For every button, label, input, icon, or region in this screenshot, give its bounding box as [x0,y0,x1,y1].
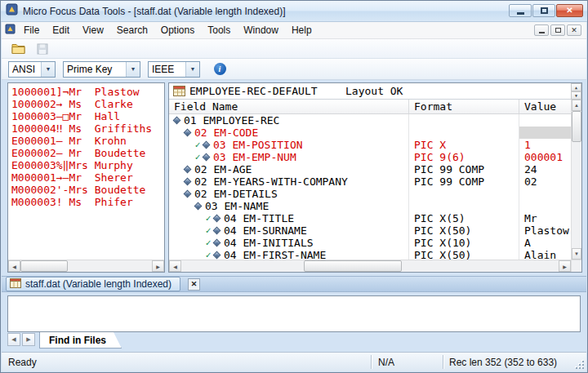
menu-item-window[interactable]: Window [237,22,285,38]
scrollbar-track[interactable] [402,260,559,272]
mdi-minimize-button[interactable] [534,24,549,36]
field-row[interactable]: 02 EM-CODE [169,127,571,139]
float-format-combo[interactable]: IEEE ▼ [148,61,200,78]
field-value[interactable]: A [519,237,571,249]
field-name: 04 EM-FIRST-NAME [224,249,326,260]
scroll-down-icon[interactable]: ▼ [572,248,581,260]
field-value[interactable]: 1 [519,139,571,151]
record-list: 1000001]¬Mr Plastow1000002→ Ms Clarke100… [8,83,164,260]
field-value[interactable]: 24 [519,163,571,175]
mdi-close-button[interactable]: ✕ [567,24,581,36]
field-row[interactable]: ✓04 EM-INITIALSPIC X(10)A [169,237,571,249]
find-in-files-output[interactable] [7,295,581,332]
record-list-item[interactable]: M000002'-Mrs Boudette [11,184,164,196]
open-file-button[interactable] [8,40,28,57]
field-value[interactable]: Mr [519,212,571,224]
menu-item-search[interactable]: Search [110,22,154,38]
field-value[interactable] [519,188,571,200]
save-file-button[interactable] [33,40,52,57]
record-list-item[interactable]: E000001— Mr Krohn [11,135,164,147]
mdi-restore-button[interactable] [550,24,565,36]
menu-item-file[interactable]: File [17,22,46,38]
scroll-left-icon[interactable]: ◀ [8,260,20,272]
tab-scroll-right-button[interactable]: ▶ [22,333,35,346]
restore-button[interactable] [532,4,555,17]
layout-vscrollbar[interactable]: ▲ ▼ [571,100,581,260]
record-list-item[interactable]: E000003%‖Mrs Murphy [11,159,164,171]
record-list-hscrollbar[interactable]: ◀ ▶ [8,260,164,272]
field-value[interactable] [519,127,571,139]
charset-combo[interactable]: ANSI ▼ [8,61,56,78]
field-row[interactable]: 01 EMPLOYEE-REC [169,114,571,127]
record-list-item[interactable]: 1000001]¬Mr Plastow [11,86,164,98]
field-row[interactable]: 03 EM-NAME [169,200,571,212]
column-field-name[interactable]: Field Name [169,100,409,113]
check-icon: ✓ [204,224,212,237]
document-icon[interactable] [5,24,16,37]
key-info-button[interactable]: i [211,61,229,78]
mdi-window-buttons: ✕ [534,24,586,36]
scrollbar-thumb[interactable] [572,111,581,142]
menu-item-options[interactable]: Options [154,22,201,38]
field-diamond-icon [213,251,221,260]
scroll-right-icon[interactable]: ▶ [559,260,571,272]
open-folder-icon [11,43,25,54]
field-row[interactable]: 02 EM-DETAILS [169,188,571,200]
scrollbar-track[interactable] [68,260,152,272]
field-value[interactable]: 02 [519,175,571,188]
chevron-down-icon[interactable]: ▼ [185,62,199,77]
field-value[interactable] [519,114,571,127]
resize-grip[interactable] [574,359,584,369]
scroll-up-icon[interactable]: ▲ [572,100,581,111]
chevron-down-icon[interactable]: ▼ [126,62,140,77]
field-row[interactable]: 02 EM-AGEPIC 99 COMP24 [169,163,571,175]
title-bar: Micro Focus Data Tools - [staff.dat (Var… [1,1,587,22]
tab-scroll-left-button[interactable]: ◀ [7,333,20,346]
field-value[interactable]: 000001 [519,151,571,163]
tab-find-in-files[interactable]: Find in Files [39,332,122,349]
field-row[interactable]: ✓03 EM-EMP-NUMPIC 9(6)000001 [169,151,571,163]
scroll-right-icon[interactable]: ▶ [152,260,164,272]
scrollbar-track[interactable] [572,142,581,248]
record-list-item[interactable]: 1000002→ Ms Clarke [11,98,164,110]
field-row[interactable]: ✓04 EM-SURNAMEPIC X(50)Plastow [169,224,571,237]
field-format: PIC X(50) [409,249,519,260]
scrollbar-track[interactable] [181,260,304,272]
minimize-button[interactable] [509,4,532,17]
field-value[interactable] [519,200,571,212]
column-format[interactable]: Format [409,100,519,113]
record-list-item[interactable]: E000002– Mr Boudette [11,147,164,159]
menu-item-edit[interactable]: Edit [46,22,76,38]
menu-item-view[interactable]: View [76,22,110,38]
scrollbar-thumb[interactable] [304,260,402,272]
close-document-button[interactable]: ✕ [188,278,200,291]
record-layout-icon [173,86,185,99]
record-list-panel: 1000001]¬Mr Plastow1000002→ Ms Clarke100… [7,82,165,273]
close-button[interactable]: ✕ [556,4,583,17]
field-row[interactable]: ✓03 EM-POSITIONPIC X1 [169,139,571,151]
spin-down-icon[interactable]: ▼ [571,91,581,100]
field-row[interactable]: ✓04 EM-FIRST-NAMEPIC X(50)Alain [169,249,571,260]
layout-hscrollbar[interactable]: ◀ ▶ [169,260,571,272]
column-value[interactable]: Value [519,100,571,113]
tab-staff-dat[interactable]: staff.dat (Variable length Indexed) [6,277,180,291]
chevron-down-icon[interactable]: ▼ [41,62,55,77]
field-row[interactable]: ✓04 EM-TITLEPIC X(5)Mr [169,212,571,224]
field-value[interactable]: Alain [519,249,571,260]
field-value[interactable]: Plastow [519,224,571,237]
document-tab-strip: staff.dat (Variable length Indexed) ✕ [2,276,586,292]
record-spinner: ▲ ▼ [571,83,581,100]
menu-item-help[interactable]: Help [285,22,318,38]
key-combo[interactable]: Prime Key ▼ [63,61,140,78]
record-list-item[interactable]: M000001→—Mr Sherer [11,171,164,184]
scroll-left-icon[interactable]: ◀ [169,260,181,272]
record-list-item[interactable]: M000003! Ms Phifer [11,196,164,208]
record-list-item[interactable]: 1000004‼ Ms Griffiths [11,122,164,135]
scrollbar-thumb[interactable] [20,260,68,272]
menu-item-tools[interactable]: Tools [201,22,237,38]
spin-up-icon[interactable]: ▲ [571,83,581,91]
record-list-item[interactable]: 1000003—□Mr Hall [11,110,164,122]
mdi-restore-icon [555,28,561,33]
field-row[interactable]: 02 EM-YEARS-WITH-COMPANYPIC 99 COMP02 [169,175,571,188]
app-window: Micro Focus Data Tools - [staff.dat (Var… [0,0,588,373]
